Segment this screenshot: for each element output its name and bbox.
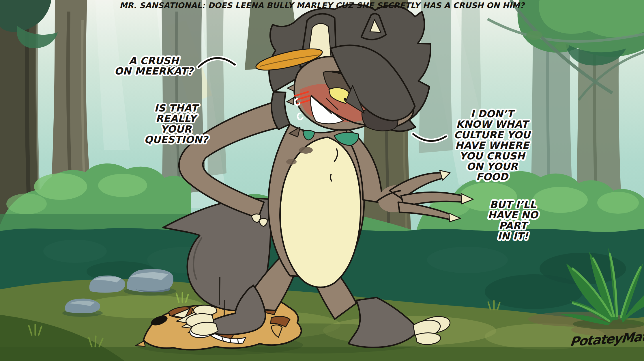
speech-no-part-in-it: BUT I’LL HAVE NO PART IN IT! [478, 199, 548, 241]
speech-is-that-really-your-question: IS THAT REALLY YOUR QUESTION? [143, 103, 209, 145]
forest-scene-illustration [0, 0, 644, 361]
speech-culture-crush-on-food: I DON’T KNOW WHAT CULTURE YOU HAVE WHERE… [448, 109, 536, 182]
caption-text: MR. SANSATIONAL: DOES LEENA BULLY MARLEY… [0, 1, 644, 10]
speech-crush-on-meerkat: A CRUSH ON MEERKAT? [112, 55, 196, 77]
comic-panel: MR. SANSATIONAL: DOES LEENA BULLY MARLEY… [0, 0, 644, 361]
